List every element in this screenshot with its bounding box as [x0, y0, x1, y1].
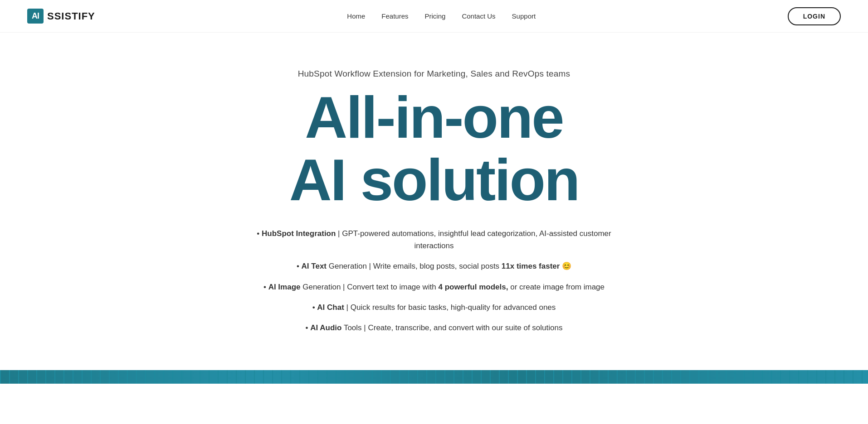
nav-links: Home Features Pricing Contact Us Support: [347, 12, 536, 20]
hero-subtitle: HubSpot Workflow Extension for Marketing…: [298, 69, 571, 79]
hero-features: • HubSpot Integration | GPT-powered auto…: [248, 227, 620, 334]
nav-link-contact[interactable]: Contact Us: [462, 12, 495, 20]
logo-link[interactable]: AI SSISTIFY: [27, 9, 95, 24]
login-button[interactable]: LOGIN: [788, 7, 841, 25]
feature-ai-audio-rest: Tools | Create, transcribe, and convert …: [344, 323, 563, 332]
nav-link-features[interactable]: Features: [381, 12, 408, 20]
feature-hubspot: • HubSpot Integration | GPT-powered auto…: [248, 227, 620, 252]
nav-link-home[interactable]: Home: [347, 12, 365, 20]
nav-link-pricing[interactable]: Pricing: [425, 12, 446, 20]
feature-ai-chat-bold: AI Chat: [317, 303, 344, 312]
feature-ai-image-bold: AI Image: [268, 283, 301, 291]
feature-ai-image-models: 4 powerful models,: [438, 283, 508, 291]
logo-text: SSISTIFY: [47, 10, 95, 22]
nav-link-support[interactable]: Support: [512, 12, 536, 20]
hero-section: HubSpot Workflow Extension for Marketing…: [0, 33, 868, 352]
feature-hubspot-rest: | GPT-powered automations, insightful le…: [338, 229, 611, 250]
nav-item-support[interactable]: Support: [512, 12, 536, 20]
feature-ai-text-emoji: 😊: [562, 262, 571, 270]
feature-ai-text-faster: 11x times faster: [502, 262, 560, 270]
nav-item-features[interactable]: Features: [381, 12, 408, 20]
feature-ai-chat: • AI Chat | Quick results for basic task…: [248, 301, 620, 313]
feature-ai-image: • AI Image Generation | Convert text to …: [248, 281, 620, 293]
feature-ai-chat-rest: | Quick results for basic tasks, high-qu…: [346, 303, 556, 312]
bottom-strip: [0, 370, 868, 384]
feature-ai-audio-bold: AI Audio: [310, 323, 341, 332]
nav-item-home[interactable]: Home: [347, 12, 365, 20]
feature-ai-audio: • AI Audio Tools | Create, transcribe, a…: [248, 322, 620, 334]
feature-ai-image-rest: Generation | Convert text to image with: [302, 283, 438, 291]
feature-ai-text-rest: Generation | Write emails, blog posts, s…: [329, 262, 502, 270]
feature-ai-image-rest2: or create image from image: [510, 283, 605, 291]
feature-ai-text: • AI Text Generation | Write emails, blo…: [248, 260, 620, 272]
logo-box: AI: [27, 9, 44, 24]
feature-ai-text-bold: AI Text: [302, 262, 327, 270]
hero-title-line2: AI solution: [289, 150, 579, 209]
bottom-strip-inner: [0, 370, 868, 384]
nav-item-pricing[interactable]: Pricing: [425, 12, 446, 20]
hero-title-line1: All-in-one: [305, 88, 563, 147]
navbar: AI SSISTIFY Home Features Pricing Contac…: [0, 0, 868, 33]
nav-item-contact[interactable]: Contact Us: [462, 12, 495, 20]
feature-hubspot-bold: HubSpot Integration: [262, 229, 336, 238]
